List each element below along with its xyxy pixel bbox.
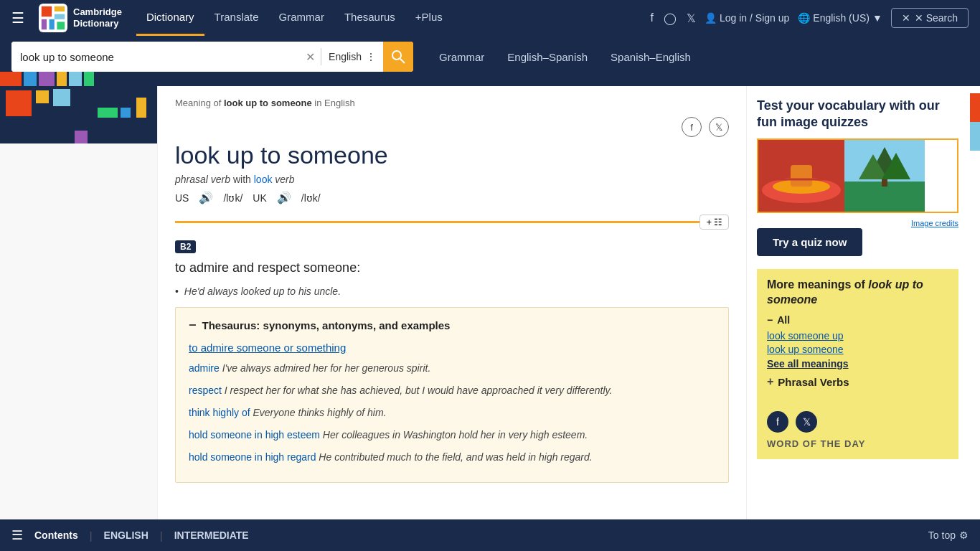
word-meta: phrasal verb with look verb	[175, 174, 729, 185]
chevron-down-icon: ▼	[872, 12, 882, 24]
clear-search-icon[interactable]: ✕	[300, 50, 321, 64]
deco-red	[6, 90, 32, 116]
mm-link-1[interactable]: look up someone	[767, 344, 948, 355]
bottom-english-link[interactable]: ENGLISH	[104, 529, 149, 541]
bottom-bar: ☰ Contents | ENGLISH | INTERMEDIATE To t…	[0, 519, 980, 544]
thesaurus-word-0[interactable]: admire	[189, 362, 220, 374]
bottom-hamburger-icon[interactable]: ☰	[11, 527, 23, 543]
search-input[interactable]	[11, 42, 300, 72]
main-layout: Meaning of look up to someone in English…	[0, 86, 980, 544]
uk-label: UK	[253, 192, 266, 204]
facebook-icon[interactable]: f	[651, 11, 654, 24]
uk-audio-button[interactable]: 🔊	[277, 191, 291, 204]
social-bottom-icons: f 𝕏	[767, 411, 948, 433]
main-nav-links: Dictionary Translate Grammar Thesaurus +…	[136, 0, 453, 36]
mm-all-section: − All look someone up look up someone Se…	[767, 314, 948, 369]
color-block-cyan	[69, 72, 82, 86]
language-dropdown[interactable]: English ⋮	[321, 51, 383, 62]
svg-rect-2	[55, 14, 65, 19]
bottom-contents-link[interactable]: Contents	[34, 529, 78, 541]
nav-link-plus[interactable]: +Plus	[405, 0, 453, 36]
deco-yellow-tall	[136, 98, 146, 118]
thesaurus-section-title: to admire someone or something	[189, 342, 715, 354]
nav-link-grammar[interactable]: Grammar	[269, 0, 334, 36]
bullet-point: •	[175, 286, 179, 297]
hamburger-icon[interactable]: ☰	[11, 9, 24, 27]
uk-phonetic: /lʊk/	[301, 192, 321, 204]
thesaurus-word-1[interactable]: respect	[189, 385, 222, 396]
social-icons-group: f ◯ 𝕏	[651, 11, 696, 25]
color-block-red	[0, 72, 22, 86]
login-button[interactable]: 👤 Log in / Sign up	[705, 12, 789, 24]
thesaurus-example-1: I respect her for what she has achieved,…	[225, 385, 613, 396]
logo-text: Cambridge Dictionary	[73, 6, 122, 29]
logo-area[interactable]: Cambridge Dictionary	[39, 4, 122, 32]
thesaurus-entry-1: respect I respect her for what she has a…	[189, 383, 715, 398]
color-block-blue	[24, 72, 37, 86]
language-selector[interactable]: 🌐 English (US) ▼	[798, 12, 882, 24]
right-color-bar	[970, 93, 980, 151]
word-example: • He'd always looked up to his uncle.	[175, 286, 729, 297]
twitter-icon[interactable]: 𝕏	[687, 11, 696, 25]
color-decoration-strip	[0, 72, 980, 86]
collapse-icon: −	[189, 318, 197, 333]
nav-link-translate[interactable]: Translate	[204, 0, 269, 36]
add-button[interactable]: + ☷	[699, 215, 729, 230]
deco-purple	[75, 131, 88, 143]
cambridge-logo	[39, 4, 67, 32]
yellow-divider	[175, 221, 699, 223]
nav-link-dictionary[interactable]: Dictionary	[136, 0, 204, 36]
word-definition: to admire and respect someone:	[175, 260, 729, 276]
search-button[interactable]: ✕ ✕ Search	[891, 8, 969, 28]
deco-green	[98, 108, 118, 118]
sub-nav-english-spanish[interactable]: English–Spanish	[496, 44, 599, 70]
thesaurus-box: − Thesaurus: synonyms, antonyms, and exa…	[175, 307, 729, 483]
mm-see-all-link[interactable]: See all meanings	[767, 358, 948, 369]
right-bar-cyan	[970, 122, 980, 151]
base-word-link[interactable]: look	[254, 174, 273, 185]
fb-bottom-icon[interactable]: f	[767, 411, 788, 433]
bottom-separator-1: |	[90, 529, 93, 542]
sub-nav-grammar[interactable]: Grammar	[428, 44, 496, 70]
breadcrumb: Meaning of look up to someone in English	[175, 98, 729, 108]
mm-phrasal-verbs[interactable]: + Phrasal Verbs	[767, 375, 948, 388]
more-meanings-title: More meanings of look up to someone	[767, 278, 948, 308]
main-content: Meaning of look up to someone in English…	[158, 86, 746, 544]
close-icon: ✕	[902, 12, 910, 24]
divider-row: + ☷	[175, 215, 729, 230]
globe-icon: 🌐	[798, 12, 810, 24]
us-audio-button[interactable]: 🔊	[199, 191, 213, 204]
svg-rect-11	[791, 165, 812, 187]
thesaurus-header[interactable]: − Thesaurus: synonyms, antonyms, and exa…	[189, 318, 715, 333]
share-row: f 𝕏	[175, 117, 729, 137]
thesaurus-entry-2: think highly of Everyone thinks highly o…	[189, 405, 715, 420]
thesaurus-entry-3: hold someone in high esteem Her colleagu…	[189, 428, 715, 443]
svg-line-7	[400, 59, 405, 63]
us-label: US	[175, 192, 189, 204]
bottom-intermediate-link[interactable]: INTERMEDIATE	[174, 529, 249, 541]
try-quiz-button[interactable]: Try a quiz now	[757, 228, 862, 256]
image-credits-link[interactable]: Image credits	[911, 219, 958, 227]
with-text: with	[233, 174, 254, 185]
thesaurus-word-2[interactable]: think highly of	[189, 407, 250, 418]
pronunciation-row: US 🔊 /lʊk/ UK 🔊 /lʊk/	[175, 191, 729, 204]
mm-link-0[interactable]: look someone up	[767, 330, 948, 342]
search-submit-button[interactable]	[383, 42, 413, 72]
thesaurus-word-3[interactable]: hold someone in high esteem	[189, 429, 320, 441]
right-bar-orange	[970, 93, 980, 122]
tw-bottom-icon[interactable]: 𝕏	[796, 411, 817, 433]
svg-rect-18	[882, 179, 887, 187]
sub-nav-links: Grammar English–Spanish Spanish–English	[428, 44, 702, 70]
share-facebook-icon[interactable]: f	[682, 117, 702, 137]
nav-link-thesaurus[interactable]: Thesaurus	[334, 0, 405, 36]
bottom-separator-2: |	[160, 529, 163, 542]
word-of-day-label: WORD OF THE DAY	[767, 438, 948, 449]
instagram-icon[interactable]: ◯	[664, 11, 677, 25]
thesaurus-word-4[interactable]: hold someone in high regard	[189, 451, 316, 463]
to-top-button[interactable]: To top ⚙	[928, 529, 969, 541]
thesaurus-section-link[interactable]: to admire someone or something	[189, 342, 346, 354]
us-phonetic: /lʊk/	[223, 192, 242, 204]
settings-icon[interactable]: ⚙	[959, 529, 969, 541]
sub-nav-spanish-english[interactable]: Spanish–English	[599, 44, 702, 70]
share-twitter-icon[interactable]: 𝕏	[709, 117, 729, 137]
